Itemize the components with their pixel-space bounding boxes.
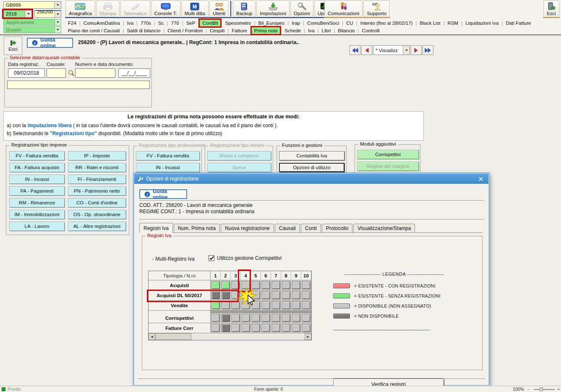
dialog-guida-online-button[interactable]: i Guida online (139, 189, 187, 199)
register-block-gray[interactable] (252, 281, 260, 289)
register-block-green[interactable] (222, 281, 230, 289)
register-block-gray[interactable] (272, 291, 280, 299)
imprese-pn-patrimonio-netto-button[interactable]: PN - Patrimonio netto (68, 186, 126, 196)
register-block-gray[interactable] (302, 291, 311, 299)
register-block-gray[interactable] (262, 301, 270, 309)
register-block-green[interactable] (211, 301, 220, 309)
imprese-ip-imposte-button[interactable]: IP - Imposte (68, 151, 126, 160)
imprese-la-lavoro-button[interactable]: LA - Lavoro (9, 222, 65, 231)
register-block-dark[interactable] (222, 324, 230, 332)
register-block-gray[interactable] (252, 314, 260, 322)
zoom-out-button[interactable]: - (528, 387, 530, 392)
register-block-gray[interactable] (232, 314, 240, 322)
zoom-slider-track[interactable] (534, 389, 555, 390)
year-combo[interactable]: 2018 (3, 10, 32, 18)
close-icon[interactable]: ✕ (476, 176, 485, 182)
tab-libri[interactable]: Libri (319, 28, 334, 33)
dialog-tab-num-prima-nota[interactable]: Num. Prima nota (174, 224, 220, 233)
tab-irap[interactable]: Irap (289, 21, 303, 26)
register-block-gray[interactable] (302, 301, 311, 309)
dialog-tab-visualizzazione-stampa[interactable]: Visualizzazione/Stampa (353, 224, 415, 233)
dialog-tab-registri-iva[interactable]: Registri Iva (139, 223, 173, 233)
company-combo[interactable]: GB999 (3, 1, 61, 9)
register-block-gray[interactable] (252, 301, 260, 309)
register-block-gray[interactable] (292, 291, 300, 299)
tab-dati-fatture[interactable]: Dati Fatture (503, 21, 534, 26)
imprese-in-incassi-button[interactable]: IN - Incassi (9, 175, 65, 184)
dialog-tab-nuova-registrazione[interactable]: Nuova registrazione (221, 224, 274, 233)
search-icon[interactable] (68, 70, 75, 76)
tab-spesometro[interactable]: Spesometro (222, 21, 254, 26)
register-block-dark[interactable] (222, 314, 230, 322)
register-block-gray[interactable] (242, 301, 250, 309)
imprese-pa-pagamenti-button[interactable]: PA - Pagamenti (9, 186, 65, 196)
toolbar-opzioni-button[interactable]: Opzioni (290, 0, 313, 17)
register-block-gray[interactable] (272, 281, 280, 289)
toolbar-utenti-button[interactable]: Utenti (209, 0, 229, 17)
next-record-button[interactable] (411, 45, 422, 55)
register-block-gray[interactable] (292, 314, 300, 322)
tab-fatture[interactable]: Fatture (229, 28, 250, 33)
funzioni-opzioni-di-utilizzo-button[interactable]: Opzioni di utilizzo (279, 163, 344, 172)
description-input[interactable] (7, 81, 150, 89)
tab-black-list[interactable]: Black List (417, 21, 443, 26)
toolbar-backup-button[interactable]: Backup (233, 0, 256, 17)
register-block-gray[interactable] (262, 281, 270, 289)
tab-prima-nota[interactable]: Prima nota (250, 26, 282, 35)
register-block-gray[interactable] (282, 301, 290, 309)
chevron-down-icon[interactable] (55, 27, 61, 33)
imputazione-libera-link[interactable]: imputazione libera (27, 123, 71, 128)
tab-f24[interactable]: F24 (65, 21, 79, 26)
tab-schede[interactable]: Schede (282, 28, 304, 33)
esci-page-button[interactable]: Esci (4, 37, 22, 55)
last-record-button[interactable] (423, 45, 433, 55)
dialog-titlebar[interactable]: Opzioni di registrazione ✕ (134, 174, 488, 184)
register-block-gray[interactable] (272, 301, 280, 309)
tab-iva[interactable]: Iva (305, 28, 317, 33)
tab-cespiti[interactable]: Cespiti (207, 28, 227, 33)
register-block-gray[interactable] (222, 301, 230, 309)
tab-comuanndatiiva[interactable]: ComuAnnDatiIva (81, 21, 123, 26)
register-block-gray[interactable] (252, 324, 260, 332)
register-block-gray[interactable] (262, 291, 270, 299)
tab-saldi-di-bilancio[interactable]: Saldi di bilancio (124, 28, 163, 33)
tab-clienti-fornitori[interactable]: Clienti / Fornitori (164, 28, 206, 33)
imprese-os-op-straordinarie-button[interactable]: OS - Op. straordinarie (68, 210, 126, 219)
tab-770s[interactable]: 770s (138, 21, 154, 26)
applicazioni-dropdown[interactable]: Applicazioni (3, 19, 61, 26)
register-block-gray[interactable] (211, 324, 220, 332)
register-block-gray[interactable] (282, 324, 290, 332)
register-block-green[interactable] (211, 281, 220, 289)
imprese-fa-fattura-acquisto-button[interactable]: FA - Fattura acquisto (9, 163, 65, 172)
register-block-gray[interactable] (211, 314, 220, 322)
register-block-gray[interactable] (262, 314, 270, 322)
register-block-gray[interactable] (232, 324, 240, 332)
register-block-gray[interactable] (292, 281, 300, 289)
register-block-gray[interactable] (232, 291, 240, 299)
tab-comubenisoci[interactable]: ComuBeniSoci (304, 21, 342, 26)
register-block-gray[interactable] (282, 314, 290, 322)
register-block-gray[interactable] (232, 301, 240, 309)
tab-sc[interactable]: Sc (155, 21, 167, 26)
toolbar-anagrafica-button[interactable]: Anagrafica (65, 0, 95, 17)
register-block-gray[interactable] (302, 314, 311, 322)
professionisti-in-incassi-button[interactable]: IN - Incassi (136, 163, 200, 172)
tab-770[interactable]: 770 (168, 21, 182, 26)
register-block-gray[interactable] (302, 281, 311, 289)
tab-bil-europeo[interactable]: Bil_Europeo (256, 21, 288, 26)
register-block-gray[interactable] (232, 281, 240, 289)
toolbar-console-t--button[interactable]: Console T. (151, 0, 180, 17)
scroll-right-button[interactable]: ► (305, 333, 311, 340)
chevron-down-icon[interactable] (403, 46, 410, 55)
imprese-fi-finanziamenti-button[interactable]: FI - Finanziamenti (68, 175, 126, 184)
checkbox-checked-icon[interactable] (209, 255, 214, 261)
chevron-down-icon[interactable] (54, 2, 61, 8)
tab-controlli[interactable]: Controlli (359, 28, 383, 33)
corrispettivi-checkbox-wrap[interactable]: Utilizzo gestione Corrispettivi (209, 255, 282, 261)
register-block-gray[interactable] (302, 324, 311, 332)
previous-record-button[interactable] (361, 45, 372, 55)
professionisti-fv-fattura-vendita-button[interactable]: FV - Fattura vendita (136, 151, 200, 160)
register-block-gray[interactable] (292, 301, 300, 309)
register-block-gray[interactable] (282, 291, 290, 299)
causale-input[interactable] (47, 68, 66, 78)
